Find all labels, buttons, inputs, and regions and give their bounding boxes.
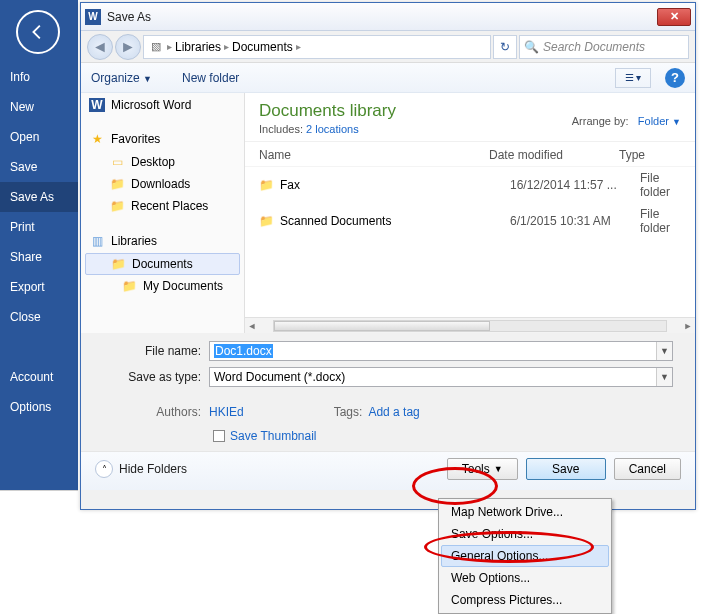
includes-row: Includes: 2 locations [259,123,572,135]
recent-icon: 📁 [109,199,125,213]
menu-account[interactable]: Account [0,362,78,392]
menu-general-options[interactable]: General Options... [441,545,609,567]
refresh-button[interactable]: ↻ [493,35,517,59]
libraries-icon: ▧ [151,40,161,53]
libraries-icon: ▥ [89,234,105,248]
menu-web-options[interactable]: Web Options... [441,567,609,589]
hide-folders-button[interactable]: ˄ Hide Folders [95,460,187,478]
word-icon: W [89,98,105,112]
folder-tree[interactable]: WMicrosoft Word ★Favorites ▭Desktop 📁Dow… [81,93,245,333]
folder-icon: 📁 [110,257,126,271]
tree-downloads[interactable]: 📁Downloads [81,173,244,195]
search-input[interactable]: 🔍 Search Documents [519,35,689,59]
folder-icon: 📁 [259,214,274,228]
organize-button[interactable]: Organize ▼ [91,71,152,85]
tree-favorites: ★Favorites [81,127,244,151]
menu-save-options[interactable]: Save Options... [441,523,609,545]
menu-compress-pictures[interactable]: Compress Pictures... [441,589,609,611]
menu-save-as[interactable]: Save As [0,182,78,212]
menu-options[interactable]: Options [0,392,78,422]
cancel-button[interactable]: Cancel [614,458,681,480]
star-icon: ★ [89,132,105,146]
save-thumbnail-row[interactable]: Save Thumbnail [81,425,695,451]
nav-back[interactable]: ◄ [87,34,113,60]
list-item[interactable]: 📁 Scanned Documents 6/1/2015 10:31 AM Fi… [245,203,695,239]
search-placeholder: Search Documents [543,40,645,54]
authors-label: Authors: [103,405,209,419]
blank-area [0,490,78,614]
tags-value[interactable]: Add a tag [368,405,419,419]
filename-label: File name: [103,344,209,358]
save-thumbnail-label: Save Thumbnail [230,429,317,443]
horizontal-scrollbar[interactable]: ◄ ► [245,317,695,333]
tools-button[interactable]: Tools▼ [447,458,518,480]
menu-new[interactable]: New [0,92,78,122]
nav-bar: ◄ ► ▧ ▸ Libraries ▸ Documents ▸ ↻ 🔍 Sear… [81,31,695,63]
tree-word: WMicrosoft Word [81,93,244,117]
help-button[interactable]: ? [665,68,685,88]
dialog-toolbar: Organize ▼ New folder ☰ ▾ ? [81,63,695,93]
nav-forward[interactable]: ► [115,34,141,60]
tree-mydocuments[interactable]: 📁My Documents [81,275,244,297]
tree-desktop[interactable]: ▭Desktop [81,151,244,173]
word-backstage-sidebar: Info New Open Save Save As Print Share E… [0,0,78,490]
chevron-down-icon[interactable]: ▼ [656,368,672,386]
chevron-right-icon: ▸ [167,41,172,52]
menu-close[interactable]: Close [0,302,78,332]
save-form: File name: Doc1.docx ▼ Save as type: Wor… [81,333,695,401]
tree-recent[interactable]: 📁Recent Places [81,195,244,217]
close-button[interactable]: ✕ [657,8,691,26]
dialog-footer: ˄ Hide Folders Tools▼ Save Cancel [81,451,695,490]
menu-export[interactable]: Export [0,272,78,302]
word-icon: W [85,9,101,25]
tools-menu: Map Network Drive... Save Options... Gen… [438,498,612,614]
col-type: Type [619,148,681,162]
save-thumbnail-checkbox[interactable] [213,430,225,442]
tree-documents[interactable]: 📁Documents [85,253,240,275]
scrollbar-thumb[interactable] [274,321,490,331]
filename-input[interactable]: Doc1.docx ▼ [209,341,673,361]
menu-info[interactable]: Info [0,62,78,92]
backstage-menu: Info New Open Save Save As Print Share E… [0,62,78,422]
column-headers[interactable]: Name Date modified Type [245,142,695,167]
chevron-right-icon: ▸ [224,41,229,52]
col-date: Date modified [489,148,619,162]
dialog-titlebar: W Save As ✕ [81,3,695,31]
savetype-select[interactable]: Word Document (*.docx) ▼ [209,367,673,387]
col-name: Name [259,148,489,162]
dialog-title: Save As [107,10,657,24]
chevron-right-icon: ▸ [296,41,301,52]
chevron-up-icon: ˄ [95,460,113,478]
folder-icon: 📁 [259,178,274,192]
includes-link[interactable]: 2 locations [306,123,359,135]
back-button[interactable] [16,10,60,54]
save-button[interactable]: Save [526,458,606,480]
menu-open[interactable]: Open [0,122,78,152]
list-item[interactable]: 📁 Fax 16/12/2014 11:57 ... File folder [245,167,695,203]
view-button[interactable]: ☰ ▾ [615,68,651,88]
savetype-label: Save as type: [103,370,209,384]
arrange-by[interactable]: Arrange by: Folder ▼ [572,101,681,135]
menu-print[interactable]: Print [0,212,78,242]
search-icon: 🔍 [524,40,539,54]
folder-icon: 📁 [109,177,125,191]
chevron-down-icon[interactable]: ▼ [656,342,672,360]
menu-save[interactable]: Save [0,152,78,182]
content-heading: Documents library [259,101,572,121]
tree-libraries: ▥Libraries [81,229,244,253]
file-list: Documents library Includes: 2 locations … [245,93,695,333]
folder-icon: 📁 [121,279,137,293]
tags-label: Tags: [334,405,363,419]
desktop-icon: ▭ [109,155,125,169]
chevron-down-icon: ▼ [494,464,503,474]
new-folder-button[interactable]: New folder [182,71,239,85]
authors-value[interactable]: HKIEd [209,405,244,419]
crumb-libraries[interactable]: Libraries [175,40,221,54]
menu-map-network-drive[interactable]: Map Network Drive... [441,501,609,523]
chevron-down-icon: ▼ [672,117,681,127]
breadcrumb[interactable]: ▧ ▸ Libraries ▸ Documents ▸ [143,35,491,59]
menu-share[interactable]: Share [0,242,78,272]
save-as-dialog: W Save As ✕ ◄ ► ▧ ▸ Libraries ▸ Document… [80,2,696,510]
chevron-down-icon: ▼ [143,74,152,84]
crumb-documents[interactable]: Documents [232,40,293,54]
